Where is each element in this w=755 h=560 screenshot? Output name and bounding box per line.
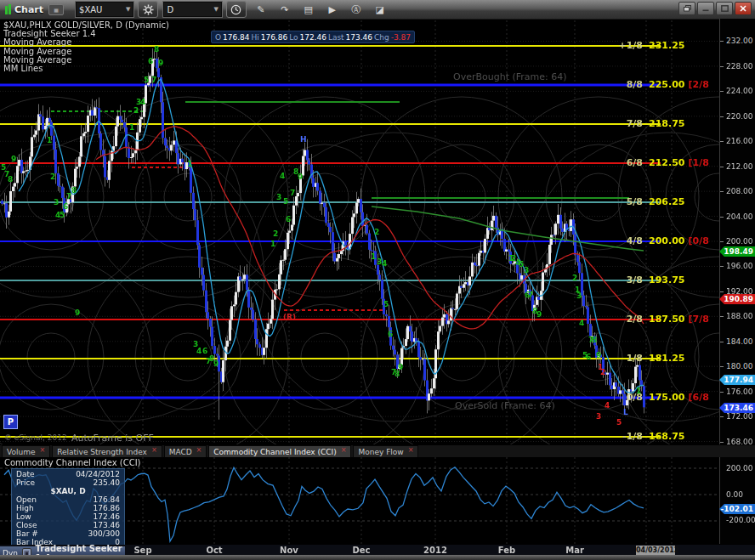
chevron-down-icon[interactable]: ▼ xyxy=(126,6,130,13)
pencil-icon: ✎ xyxy=(257,4,264,15)
chart-badge-icon: ▦ xyxy=(48,4,64,15)
window-title: Chart xyxy=(14,4,43,15)
xaxis-label-nov: Nov xyxy=(280,546,298,555)
interval-select[interactable]: D ▼ xyxy=(163,2,221,17)
status-bar: Dyn ▣ Tradesight Seeker 1.4 xyxy=(0,546,125,559)
tab-label: Relative Strength Index xyxy=(57,448,147,456)
gear-icon xyxy=(143,4,154,15)
tab-label: Money Flow xyxy=(358,448,403,456)
redo-arrow-icon: ↷ xyxy=(281,4,288,15)
xaxis-label-dec: Dec xyxy=(352,546,370,555)
xaxis-label-2012: 2012 xyxy=(423,546,447,555)
tab-commodity-channel-index-cci[interactable]: Commodity Channel Index (CCI)× xyxy=(208,445,351,457)
xaxis-label-mar: Mar xyxy=(565,546,584,555)
tab-money-flow[interactable]: Money Flow× xyxy=(353,445,418,457)
console-icon: ▤ xyxy=(304,4,313,15)
play-button[interactable]: ▶ xyxy=(323,2,342,17)
close-tab-icon[interactable]: × xyxy=(39,446,45,454)
close-button[interactable] xyxy=(735,2,752,15)
xaxis-label-sep: Sep xyxy=(133,546,151,555)
tab-label: MACD xyxy=(169,448,192,456)
auto-button[interactable]: Ⓐ xyxy=(347,2,366,17)
mode-label: Dyn xyxy=(3,549,18,557)
title-bar: Chart ▦ $XAU ▼ D ▼ ✎↷▤▶Ⓐ◪ xyxy=(0,0,755,20)
eraser-button[interactable]: ◪ xyxy=(371,2,389,17)
cci-chart-canvas[interactable] xyxy=(0,456,755,544)
tab-label: Commodity Channel Index (CCI) xyxy=(213,448,336,456)
main-chart-canvas[interactable] xyxy=(0,19,755,444)
xaxis-label-oct: Oct xyxy=(206,546,222,555)
close-tab-icon[interactable]: × xyxy=(408,446,414,454)
pencil-button[interactable]: ✎ xyxy=(252,2,270,17)
redo-arrow-button[interactable]: ↷ xyxy=(275,2,294,17)
lock-icon: ▣ xyxy=(22,548,31,558)
close-tab-icon[interactable]: × xyxy=(341,446,347,454)
auto-icon: Ⓐ xyxy=(351,3,360,16)
tab-macd[interactable]: MACD× xyxy=(164,445,207,457)
tab-label: Volume xyxy=(7,448,35,456)
symbol-input[interactable]: $XAU ▼ xyxy=(76,2,133,17)
chart-window: Chart ▦ $XAU ▼ D ▼ ✎↷▤▶Ⓐ◪ $XAU,PHLX GOLD… xyxy=(0,0,755,560)
app-name-label: Tradesight Seeker 1.4 xyxy=(36,544,125,560)
symbol-settings-button[interactable] xyxy=(138,1,158,18)
play-icon: ▶ xyxy=(329,4,336,15)
eraser-icon: ◪ xyxy=(376,4,384,15)
window-bottom-edge xyxy=(0,555,755,560)
clock-icon xyxy=(230,4,241,15)
maximize-button[interactable] xyxy=(716,2,733,15)
minimize-button[interactable] xyxy=(697,2,714,15)
window-controls xyxy=(678,2,752,15)
chevron-down-icon[interactable]: ▼ xyxy=(213,6,218,13)
time-settings-button[interactable] xyxy=(226,1,247,18)
app-logo-icon xyxy=(5,4,11,14)
tab-volume[interactable]: Volume× xyxy=(2,445,50,457)
restore-window-button[interactable] xyxy=(678,2,695,15)
close-tab-icon[interactable]: × xyxy=(196,446,202,454)
close-tab-icon[interactable]: × xyxy=(151,446,157,454)
cursor-date-label: 04/03/2012 xyxy=(636,546,675,555)
tab-relative-strength-index[interactable]: Relative Strength Index× xyxy=(52,445,162,457)
xaxis-label-feb: Feb xyxy=(498,546,515,555)
indicator-tabs-bar: Volume×Relative Strength Index×MACD×Comm… xyxy=(0,444,755,457)
time-axis[interactable] xyxy=(0,545,755,555)
console-button[interactable]: ▤ xyxy=(299,2,318,17)
